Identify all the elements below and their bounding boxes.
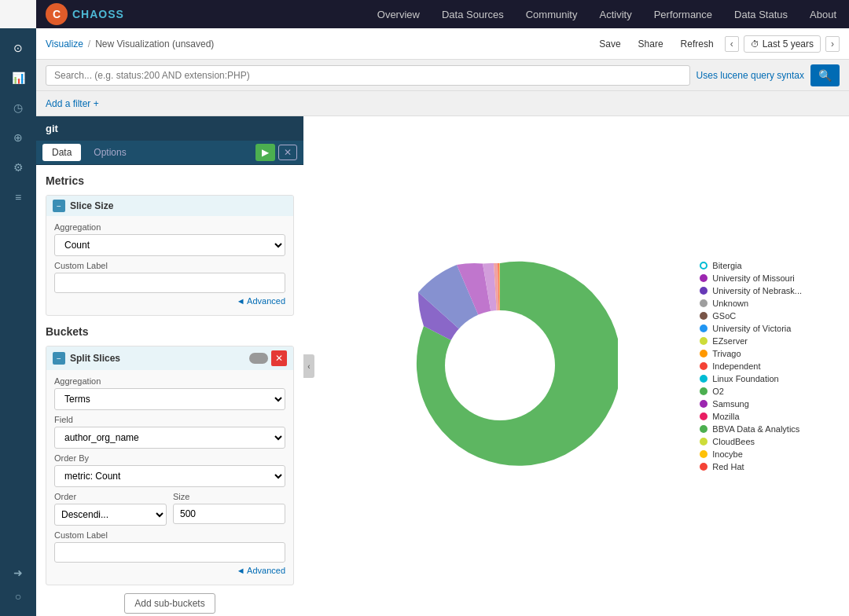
arrow-right-icon-btn[interactable]: ➜ xyxy=(6,561,30,585)
legend-label: University of Missouri xyxy=(712,273,795,283)
legend-label: Red Hat xyxy=(712,462,744,471)
order-by-select[interactable]: metric: Count Alphabetical xyxy=(54,465,285,487)
time-range-label: Last 5 years xyxy=(763,38,814,50)
search-input[interactable] xyxy=(46,65,690,86)
time-range-picker[interactable]: ⏱ Last 5 years xyxy=(744,35,821,53)
legend-dot-icon xyxy=(700,425,708,433)
legend-item: Trivago xyxy=(700,349,802,358)
advanced-link-buckets[interactable]: ◄ Advanced xyxy=(54,563,285,578)
split-slices-body: Aggregation Terms Filters Range Date Ran… xyxy=(46,370,293,585)
legend-dot-icon xyxy=(700,299,708,307)
legend-label: Mozilla xyxy=(712,412,739,421)
slice-size-collapse-btn[interactable]: − xyxy=(53,200,65,212)
breadcrumb-title: New Visualization (unsaved) xyxy=(95,38,214,50)
order-label: Order xyxy=(54,492,167,501)
add-filter-button[interactable]: Add a filter + xyxy=(46,98,99,109)
nav-performance[interactable]: Performance xyxy=(651,7,715,22)
share-button[interactable]: Share xyxy=(632,35,670,53)
field-select[interactable]: author_org_name author_name project xyxy=(54,427,285,449)
nav-activity[interactable]: Activity xyxy=(596,7,634,22)
custom-label-input[interactable] xyxy=(54,273,285,293)
custom-label-input-buckets[interactable] xyxy=(54,542,285,563)
slice-size-label: Slice Size xyxy=(70,200,113,211)
legend-item: Samsung xyxy=(700,399,802,409)
custom-label-label: Custom Label xyxy=(54,261,285,270)
aggregation-label: Aggregation xyxy=(54,222,285,232)
toggle-button[interactable] xyxy=(249,353,268,364)
aggregation-select-buckets[interactable]: Terms Filters Range Date Range xyxy=(54,388,285,410)
legend-item: O2 xyxy=(700,387,802,396)
size-col: Size xyxy=(173,492,285,526)
next-arrow-button[interactable]: › xyxy=(825,36,840,52)
filter-bar: Add a filter + xyxy=(36,91,849,116)
legend-dot-icon xyxy=(700,262,708,270)
advanced-link[interactable]: ◄ Advanced xyxy=(54,293,285,309)
lucene-link[interactable]: Uses lucene query syntax xyxy=(696,70,804,81)
nav-data-status[interactable]: Data Status xyxy=(731,7,791,22)
run-button[interactable]: ▶ xyxy=(255,144,275,161)
tab-options[interactable]: Options xyxy=(84,144,135,161)
legend-dot-icon xyxy=(700,287,708,295)
order-col: Order Descendi... Ascending xyxy=(54,492,167,526)
clock-icon-btn[interactable]: ◷ xyxy=(6,96,30,119)
panel-content: Metrics − Slice Size Aggregation Count S… xyxy=(36,165,303,616)
home-icon-btn[interactable]: ⊙ xyxy=(6,36,30,60)
order-by-label: Order By xyxy=(54,453,285,463)
save-button[interactable]: Save xyxy=(593,35,627,53)
svg-point-0 xyxy=(445,310,555,420)
order-select[interactable]: Descendi... Ascending xyxy=(54,504,167,526)
split-slices-collapse-btn[interactable]: − xyxy=(53,352,65,365)
buckets-title: Buckets xyxy=(46,325,294,338)
tab-data[interactable]: Data xyxy=(42,144,81,161)
sidebar-title: git xyxy=(36,116,303,141)
aggregation-select[interactable]: Count Sum Average Min Max xyxy=(54,234,285,256)
legend-label: Samsung xyxy=(712,399,748,409)
legend-label: University of Nebrask... xyxy=(712,286,802,295)
legend-label: Linux Foundation xyxy=(712,374,778,383)
legend-dot-icon xyxy=(700,274,708,282)
nav-data-sources[interactable]: Data Sources xyxy=(439,7,507,22)
legend-item: Mozilla xyxy=(700,412,802,421)
delete-button[interactable]: ✕ xyxy=(271,350,287,366)
search-bar: Uses lucene query syntax 🔍 xyxy=(36,60,849,91)
shield-icon-btn[interactable]: ⊕ xyxy=(6,126,30,149)
legend-item: University of Victoria xyxy=(700,324,802,333)
nav-overview[interactable]: Overview xyxy=(374,7,423,22)
add-sub-buckets-button[interactable]: Add sub-buckets xyxy=(124,593,215,614)
legend-item: GSoC xyxy=(700,311,802,321)
nav-community[interactable]: Community xyxy=(523,7,581,22)
logo: C CHAOSS xyxy=(46,3,124,25)
legend-dot-icon xyxy=(700,337,708,345)
aggregation-label-buckets: Aggregation xyxy=(54,376,285,386)
buckets-section: Buckets − Split Slices ✕ xyxy=(46,325,294,614)
split-slices-section: − Split Slices ✕ Aggregation Ter xyxy=(46,346,294,585)
legend-label: Unknown xyxy=(712,299,748,308)
search-button[interactable]: 🔍 xyxy=(810,64,840,86)
breadcrumb-visualize[interactable]: Visualize xyxy=(46,38,83,50)
prev-arrow-button[interactable]: ‹ xyxy=(725,36,739,52)
page-wrapper: C CHAOSS Overview Data Sources Community… xyxy=(36,0,849,616)
sidebar: git Data Options ▶ ✕ Metrics − xyxy=(36,116,303,616)
sidebar-wrapper: git Data Options ▶ ✕ Metrics − xyxy=(36,116,303,616)
top-nav: C CHAOSS Overview Data Sources Community… xyxy=(36,0,849,28)
close-button[interactable]: ✕ xyxy=(278,145,297,160)
breadcrumb-bar: Visualize / New Visualization (unsaved) … xyxy=(36,28,849,60)
legend-label: Independent xyxy=(712,361,760,371)
sidebar-collapse-handle[interactable]: ‹ xyxy=(303,354,314,378)
nav-about[interactable]: About xyxy=(807,7,840,22)
breadcrumb-actions: Save Share Refresh ‹ ⏱ Last 5 years › xyxy=(593,35,840,53)
settings-icon-btn[interactable]: ≡ xyxy=(6,185,30,209)
size-input[interactable] xyxy=(173,504,285,524)
legend-dot-icon xyxy=(700,412,708,420)
slice-size-header: − Slice Size xyxy=(46,196,293,216)
legend-dot-icon xyxy=(700,312,708,320)
refresh-button[interactable]: Refresh xyxy=(674,35,720,53)
legend-dot-icon xyxy=(700,324,708,332)
globe-icon-btn[interactable]: ○ xyxy=(6,585,30,608)
legend-dot-icon xyxy=(700,463,708,471)
legend-label: BBVA Data & Analytics xyxy=(712,424,799,434)
legend-label: O2 xyxy=(712,387,724,396)
legend-item: EZserver xyxy=(700,336,802,346)
tools-icon-btn[interactable]: ⚙ xyxy=(6,156,30,179)
chart-icon-btn[interactable]: 📊 xyxy=(6,66,30,90)
